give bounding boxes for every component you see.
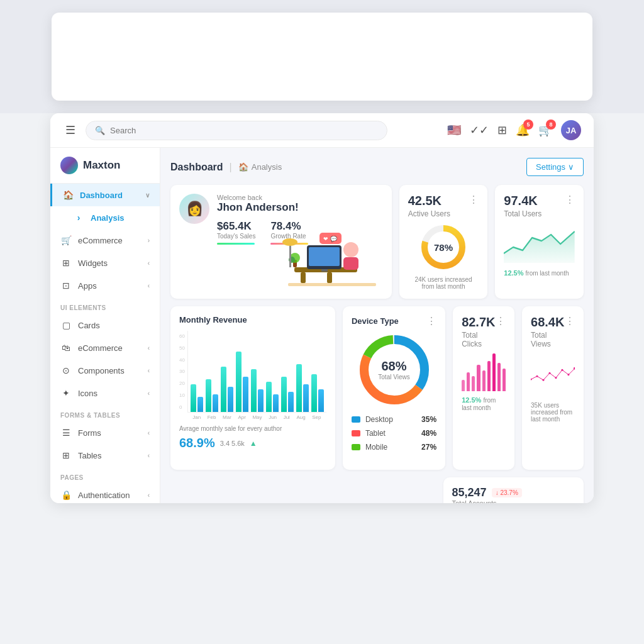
logo-text: Maxton	[83, 159, 121, 172]
svg-point-7	[343, 242, 358, 257]
flag-icon[interactable]: 🇺🇸	[447, 123, 461, 137]
sidebar-label-dashboard: Dashboard	[80, 191, 123, 200]
total-users-growth: 12.5% from last month	[504, 269, 575, 277]
sidebar-label-authentication: Authentication	[78, 491, 130, 500]
total-views-more-button[interactable]: ⋮	[565, 315, 575, 327]
components-icon: ⊙	[60, 365, 72, 376]
forms-chevron-icon: ‹	[148, 430, 150, 436]
chevron-left3-icon: ‹	[148, 367, 150, 374]
total-users-label: Total Users	[504, 209, 541, 218]
ui-elements-section: UI ELEMENTS	[50, 297, 160, 314]
hamburger-button[interactable]: ☰	[63, 121, 78, 140]
donut-percentage: 78%	[434, 242, 453, 253]
cards-icon: ▢	[60, 319, 72, 331]
total-views-value: 68.4K	[531, 315, 565, 330]
welcome-card: 👩 Welcome back Jhon Anderson! $65.4K Tod…	[170, 185, 392, 299]
clicks-sparkline	[462, 353, 506, 391]
active-users-value: 42.5K	[408, 194, 450, 208]
bar-chart-container: 60 50 40 30 20 10 0	[179, 331, 326, 420]
svg-rect-6	[321, 269, 328, 272]
svg-rect-8	[343, 257, 358, 270]
sidebar-label-analysis: Analysis	[91, 213, 124, 223]
monthly-revenue-card: Monthly Revenue 60 50 40 30 20 10 0	[170, 306, 335, 470]
tables-icon: ⊞	[60, 450, 72, 461]
grid-icon[interactable]: ⊞	[497, 123, 507, 137]
page-title: Dashboard	[170, 162, 223, 173]
sidebar-item-icons[interactable]: ✦ Icons ‹	[50, 382, 160, 404]
total-views-card: 68.4K Total Views ⋮	[522, 306, 584, 470]
sidebar-label-widgets: Widgets	[78, 258, 108, 268]
total-accounts-value: 85,247	[452, 486, 487, 499]
sidebar-item-ecommerce[interactable]: 🛒 eCommerce ›	[50, 229, 160, 252]
total-views-label: Total Views	[531, 331, 565, 348]
active-users-label: Active Users	[408, 209, 450, 218]
search-bar[interactable]: 🔍	[86, 121, 387, 140]
pages-section: PAGES	[50, 467, 160, 484]
revenue-subtitle: Avrage monthly sale for every author	[179, 425, 326, 432]
active-users-donut: 78%	[418, 222, 469, 272]
sidebar-item-dashboard[interactable]: 🏠 Dashboard ∨	[50, 184, 160, 206]
sidebar-label-ecommerce2: eCommerce	[78, 343, 123, 353]
forms-tables-section: FORMS & TABLES	[50, 404, 160, 421]
total-accounts-card: 85,247 ↓ 23.7% Total Accounts	[443, 477, 584, 503]
device-type-more-button[interactable]: ⋮	[426, 315, 436, 327]
sidebar: Maxton 🏠 Dashboard ∨ › Analysis 🛒 eComme…	[50, 148, 160, 503]
desktop-legend-dot	[352, 416, 360, 423]
desktop-label: Desktop	[365, 415, 393, 424]
icons-icon: ✦	[60, 387, 72, 399]
mobile-label: Mobile	[365, 443, 387, 452]
logo: Maxton	[50, 148, 160, 184]
total-users-card: 97.4K Total Users ⋮	[495, 185, 584, 299]
total-users-more-button[interactable]: ⋮	[565, 194, 575, 206]
notifications-badge: 5	[523, 119, 533, 130]
total-users-value: 97.4K	[504, 194, 541, 208]
sidebar-item-components[interactable]: ⊙ Components ‹	[50, 359, 160, 382]
chevron-left4-icon: ‹	[148, 390, 150, 397]
widgets-icon: ⊞	[60, 257, 72, 269]
sidebar-label-components: Components	[78, 366, 125, 375]
shop-icon: 🛍	[60, 342, 72, 353]
chevron-left2-icon: ‹	[148, 345, 150, 352]
apps-chevron-icon: ‹	[148, 282, 150, 289]
sidebar-item-analysis[interactable]: › Analysis	[50, 206, 160, 229]
sidebar-label-ecommerce: eCommerce	[78, 236, 123, 245]
dot-icon: ›	[73, 212, 84, 223]
total-clicks-label: Total Clicks	[462, 331, 496, 348]
sidebar-item-apps[interactable]: ⊡ Apps ‹	[50, 274, 160, 297]
app-header: ☰ 🔍 🇺🇸 ✓✓ ⊞ 🔔 5 🛒 8	[50, 113, 594, 148]
active-users-sub: 24K users increased from last month	[408, 276, 479, 290]
svg-point-24	[543, 379, 545, 381]
search-input[interactable]	[110, 126, 378, 135]
welcome-avatar: 👩	[179, 194, 209, 224]
cart-badge: 8	[546, 119, 556, 130]
total-users-chart	[504, 222, 575, 265]
cart-icon[interactable]: 🛒 8	[538, 123, 552, 137]
home-breadcrumb-icon: 🏠	[238, 162, 248, 172]
sidebar-label-apps: Apps	[78, 281, 97, 291]
auth-chevron-icon: ‹	[148, 492, 150, 499]
svg-point-26	[555, 377, 557, 379]
sidebar-item-forms[interactable]: ☰ Forms ‹	[50, 421, 160, 444]
chevron-settings-icon: ∨	[568, 162, 574, 172]
chevron-left-icon: ‹	[148, 260, 150, 267]
breadcrumb-separator: |	[230, 162, 232, 173]
sidebar-item-cards[interactable]: ▢ Cards	[50, 314, 160, 336]
sales-bar	[217, 243, 255, 245]
device-type-legend: Desktop 35% Tablet 48%	[352, 413, 436, 454]
settings-button[interactable]: Settings ∨	[526, 158, 584, 176]
svg-rect-14	[289, 242, 291, 267]
sidebar-item-authentication[interactable]: 🔒 Authentication ‹	[50, 484, 160, 503]
welcome-illustration: ❤ 💬	[272, 185, 386, 299]
sidebar-item-widgets[interactable]: ⊞ Widgets ‹	[50, 252, 160, 274]
check-icon[interactable]: ✓✓	[470, 123, 489, 137]
active-users-more-button[interactable]: ⋮	[469, 194, 479, 206]
total-clicks-more-button[interactable]: ⋮	[496, 315, 506, 327]
user-avatar[interactable]: JA	[561, 120, 581, 140]
lock-icon: 🔒	[60, 489, 72, 501]
search-icon: 🔍	[95, 126, 105, 135]
sidebar-item-ecommerce2[interactable]: 🛍 eCommerce ‹	[50, 336, 160, 359]
sidebar-label-forms: Forms	[78, 428, 101, 438]
notifications-icon[interactable]: 🔔 5	[516, 123, 530, 137]
sidebar-item-tables[interactable]: ⊞ Tables ‹	[50, 444, 160, 467]
breadcrumb-sub: 🏠 Analysis	[238, 162, 282, 172]
